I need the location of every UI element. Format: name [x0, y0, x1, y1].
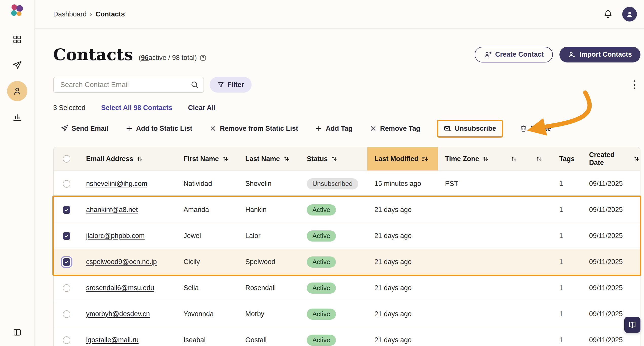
tags-cell: 1 — [559, 258, 563, 266]
sort-icon[interactable] — [535, 155, 543, 163]
sidebar-item-contacts[interactable] — [7, 81, 27, 101]
row-checkbox[interactable] — [63, 232, 70, 240]
help-button[interactable] — [199, 54, 207, 62]
column-label: Email Address — [86, 155, 133, 163]
more-options-button[interactable] — [632, 78, 637, 91]
created-date-cell: 09/11/2025 — [589, 336, 623, 344]
delete-label: Delete — [531, 125, 551, 133]
row-checkbox[interactable] — [63, 284, 70, 292]
remove-tag-action[interactable]: Remove Tag — [369, 125, 420, 133]
delete-icon — [520, 125, 527, 132]
last-name-cell: Spelwood — [245, 258, 275, 266]
remove-from-static-list-action[interactable]: Remove from Static List — [209, 125, 298, 133]
row-checkbox[interactable] — [63, 258, 70, 266]
analytics-icon — [12, 112, 22, 122]
add-tag-action[interactable]: Add Tag — [315, 125, 353, 133]
email-link[interactable]: cspelwood9@ocn.ne.jp — [86, 258, 157, 266]
sidebar-item-dashboard[interactable] — [7, 29, 27, 50]
create-contact-button[interactable]: Create Contact — [475, 47, 553, 62]
sort-icon[interactable] — [283, 155, 290, 163]
sort-icon[interactable] — [330, 155, 338, 163]
last-modified-cell: 15 minutes ago — [374, 180, 421, 187]
sidebar — [0, 0, 35, 346]
grid-icon — [12, 35, 22, 44]
search-icon[interactable] — [190, 80, 199, 89]
select-all-link[interactable]: Select All 98 Contacts — [101, 104, 172, 112]
column-header-created-date[interactable]: Created Date — [583, 147, 640, 170]
delete-action[interactable]: Delete — [520, 125, 551, 133]
last-modified-cell: 21 days ago — [374, 310, 412, 318]
status-badge: Active — [307, 283, 336, 294]
last-modified-cell: 21 days ago — [374, 284, 412, 292]
column-header-email[interactable]: Email Address — [86, 147, 184, 170]
table-header-row: Email Address First Name Last Name Statu… — [54, 147, 640, 170]
column-header-first-name[interactable]: First Name — [184, 147, 245, 170]
import-contacts-button[interactable]: Import Contacts — [559, 47, 640, 62]
tags-cell: 1 — [559, 180, 563, 187]
bell-icon — [603, 9, 613, 19]
row-checkbox[interactable] — [63, 336, 70, 344]
breadcrumb-dashboard[interactable]: Dashboard — [53, 10, 87, 18]
sort-icon[interactable] — [633, 155, 640, 163]
check-icon — [64, 207, 69, 212]
tags-cell: 1 — [559, 206, 563, 213]
title-buttons: Create Contact Import Contacts — [475, 47, 640, 62]
created-date-cell: 09/11/2025 — [589, 310, 623, 318]
avatar[interactable] — [622, 7, 637, 21]
column-header-sort-only-1[interactable] — [506, 147, 531, 170]
notifications-button[interactable] — [603, 9, 613, 19]
column-header-last-modified[interactable]: Last Modified — [367, 147, 438, 170]
breadcrumb-contacts: Contacts — [95, 10, 125, 18]
tags-cell: 1 — [559, 284, 563, 292]
filter-button[interactable]: Filter — [210, 77, 252, 93]
table-row: ahankinf@a8.net Amanda Hankin Active 21 … — [54, 197, 640, 223]
stats-rest: active / 98 total) — [149, 54, 197, 62]
email-link[interactable]: nshevelini@ihg.com — [86, 180, 147, 187]
email-link[interactable]: jlalorc@phpbb.com — [86, 232, 145, 240]
row-checkbox[interactable] — [63, 180, 70, 188]
header-checkbox-cell — [54, 147, 86, 170]
row-checkbox[interactable] — [63, 310, 70, 318]
last-name-cell: Morby — [245, 310, 264, 318]
column-header-last-name[interactable]: Last Name — [245, 147, 307, 170]
top-bar: Dashboard › Contacts — [35, 0, 644, 29]
column-header-sort-only-2[interactable] — [531, 147, 554, 170]
email-link[interactable]: igostalle@mail.ru — [86, 336, 138, 344]
table-row: nshevelini@ihg.com Natividad Shevelin Un… — [54, 170, 640, 197]
email-link[interactable]: srosendall6@msu.edu — [86, 284, 154, 292]
row-checkbox[interactable] — [63, 206, 70, 214]
clear-all-link[interactable]: Clear All — [188, 104, 216, 112]
status-badge: Active — [307, 309, 336, 320]
header-checkbox[interactable] — [63, 155, 70, 163]
sort-icon[interactable] — [222, 155, 229, 163]
sort-icon[interactable] — [510, 155, 518, 163]
docs-button[interactable] — [624, 317, 640, 333]
column-header-tags[interactable]: Tags — [554, 147, 583, 170]
sort-icon[interactable] — [136, 155, 144, 163]
table-row: jlalorc@phpbb.com Jewel Lalor Active 21 … — [54, 223, 640, 249]
sidebar-collapse-button[interactable] — [13, 328, 22, 337]
logo-icon — [9, 4, 25, 19]
sidebar-item-campaigns[interactable] — [7, 55, 27, 75]
column-header-time-zone[interactable]: Time Zone — [438, 147, 506, 170]
sort-icon[interactable] — [482, 155, 489, 163]
email-link[interactable]: ahankinf@a8.net — [86, 206, 138, 213]
send-email-label: Send Email — [72, 125, 109, 133]
sort-desc-icon[interactable] — [421, 155, 429, 163]
filter-label: Filter — [227, 81, 244, 89]
column-label: Time Zone — [445, 155, 479, 163]
column-label: Last Modified — [374, 155, 418, 163]
last-modified-cell: 21 days ago — [374, 336, 412, 344]
email-link[interactable]: ymorbyh@desdev.cn — [86, 310, 150, 318]
active-count[interactable]: 96 — [141, 54, 149, 62]
unsubscribe-action[interactable]: Unsubscribe — [444, 125, 496, 133]
send-email-action[interactable]: Send Email — [61, 125, 109, 133]
sidebar-item-analytics[interactable] — [7, 107, 27, 127]
add-to-static-list-action[interactable]: Add to Static List — [125, 125, 192, 133]
main-area: Dashboard › Contacts Contacts (96 active… — [35, 0, 644, 346]
column-header-status[interactable]: Status — [307, 147, 367, 170]
last-name-cell: Shevelin — [245, 180, 272, 187]
search-input[interactable] — [53, 77, 204, 93]
last-name-cell: Hankin — [245, 206, 267, 213]
sidebar-nav — [7, 29, 27, 127]
